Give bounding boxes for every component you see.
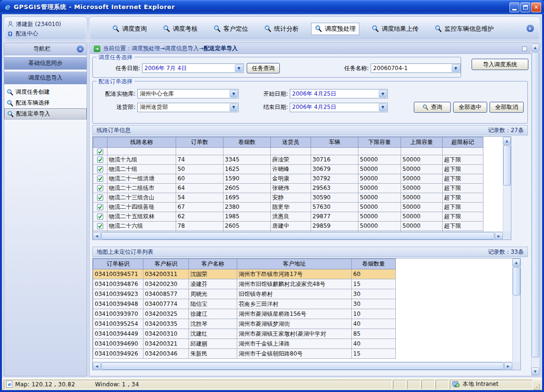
task-query-button[interactable]: 任务查询: [247, 63, 280, 73]
unlocated-table-hscrollbar[interactable]: ◀ ▶: [93, 362, 512, 370]
table-cell: 50000: [401, 183, 443, 193]
search-icon: [163, 25, 170, 32]
table-row[interactable]: 物流二十六组782605唐建中298595000050000超下限: [93, 221, 483, 231]
scroll-thumb[interactable]: [101, 362, 504, 370]
table-row[interactable]: 034100394876034200230凌建芬湖州市旧馆镇麒麟村北凌家兜48号…: [93, 279, 396, 289]
minimize-button[interactable]: [509, 2, 519, 12]
route-table-vscrollbar[interactable]: ▲ ▼: [503, 137, 511, 240]
toolbar-item[interactable]: 调度结果上传: [368, 23, 422, 35]
start-date-label: 开始日期:: [250, 90, 288, 98]
resize-grip[interactable]: [534, 383, 541, 390]
row-checkbox[interactable]: [97, 204, 103, 210]
chevron-down-icon[interactable]: ▼: [379, 90, 387, 98]
row-checkbox[interactable]: [97, 214, 103, 220]
table-row[interactable]: 物流二十一组洪塘601590金明康307925000050000超下限: [93, 174, 483, 183]
content-vscrollbar[interactable]: ▲ ▼: [531, 44, 539, 375]
row-checkbox[interactable]: [97, 149, 103, 155]
scroll-down-button[interactable]: ▼: [531, 367, 539, 375]
sidebar-group-basic-info-sync[interactable]: 基础信息同步: [4, 56, 87, 70]
route-table-hscrollbar[interactable]: ◀ ▶: [93, 232, 503, 240]
warehouse-select[interactable]: 湖州中心仓库 ▼: [137, 89, 239, 98]
end-date-select[interactable]: 2006年 4月25日 ▼: [290, 103, 388, 112]
table-row[interactable]: 物流二十五组双林621985洪惠良298775000050000超下限: [93, 212, 483, 221]
row-checkbox[interactable]: [97, 185, 103, 191]
breadcrumb-path: 调度预处理→调度信息导入→: [132, 45, 204, 52]
table-row[interactable]: 034100394690034200321邱建丽湖州市千金镇上泽路40: [93, 339, 396, 349]
row-checkbox[interactable]: [97, 195, 103, 201]
sidebar-header: 导航栏 «: [4, 43, 87, 55]
sidebar-item[interactable]: 配送车辆选择: [4, 98, 87, 108]
table-cell: 50000: [401, 221, 443, 231]
chevron-down-icon[interactable]: ▼: [235, 64, 243, 72]
scroll-up-button[interactable]: ▲: [503, 137, 511, 145]
toolbar-item[interactable]: 调度考核: [159, 23, 201, 35]
toolbar-more-button[interactable]: »: [526, 24, 535, 33]
sidebar-group-dispatch-import[interactable]: 调度信息导入: [4, 71, 87, 85]
table-row[interactable]: 物流二十二组练市642605张晓伟295635000050000超下限: [93, 183, 483, 193]
toolbar-item[interactable]: 统计分析: [260, 23, 303, 35]
task-date-select[interactable]: 2006年 7月 4日 ▼: [142, 63, 244, 73]
sidebar-collapse-button[interactable]: «: [77, 45, 84, 53]
row-checkbox[interactable]: [97, 157, 103, 163]
table-row[interactable]: 034100393970034200325徐建江湖州市菱湖镇星桥路156号10: [93, 309, 396, 319]
sidebar-item[interactable]: 配送定单导入: [4, 108, 87, 119]
scroll-up-button[interactable]: ▲: [512, 258, 520, 267]
table-row[interactable]: 物流二十三组含山541695安静305905000050000超下限: [93, 193, 483, 202]
table-row[interactable]: 物流十九组743345薛淦荣307165000050000超下限: [93, 155, 483, 164]
table-cell: 034100394948: [93, 299, 143, 309]
toolbar-item[interactable]: 调度查询: [108, 23, 151, 35]
chevron-down-icon[interactable]: ▼: [452, 64, 460, 72]
row-checkbox[interactable]: [97, 176, 103, 182]
navigation-sidebar: 导航栏 « 基础信息同步 调度信息导入 调度任务创建 配送车辆选择: [4, 43, 87, 376]
import-to-dispatch-button[interactable]: 导入调度系统: [472, 59, 528, 70]
chevron-down-icon[interactable]: ▼: [230, 90, 238, 98]
sidebar-item[interactable]: 调度任务创建: [4, 87, 87, 98]
double-chevron-down-icon: »: [527, 27, 533, 30]
scroll-right-button[interactable]: ▶: [504, 362, 512, 370]
toolbar-item[interactable]: 客户定位: [210, 23, 252, 35]
table-cell: 3345: [223, 155, 271, 164]
delivery-dept-select[interactable]: 湖州送货部 ▼: [137, 103, 239, 112]
scroll-thumb[interactable]: [532, 52, 539, 357]
table-cell: 034100394449: [93, 329, 143, 339]
deselect-all-button[interactable]: 全部取消: [490, 102, 524, 113]
table-row[interactable]: 034100394926034200346朱新民湖州市千金镇朝阳路80号15: [93, 349, 396, 359]
close-button[interactable]: ✕: [531, 2, 541, 12]
scroll-thumb[interactable]: [101, 232, 494, 240]
table-row[interactable]: 034100394449034200310沈建红湖州市菱湖镇王家墩村(菱湖中学对…: [93, 329, 396, 339]
chevron-down-icon[interactable]: ▼: [379, 104, 387, 111]
table-row[interactable]: 034100394571034200311沈国荣湖州市下昂镇市河路17号60: [93, 269, 396, 279]
table-row[interactable]: 034100395254034200335沈胜琴湖州市菱湖镇梦湖街40: [93, 319, 396, 329]
table-cell: 50: [176, 164, 223, 174]
column-header: 客户地址: [237, 259, 352, 269]
table-cell: 薛淦荣: [271, 155, 311, 164]
column-header: 订单数: [176, 137, 223, 148]
panel-minimize-button[interactable]: [522, 46, 527, 51]
search-button[interactable]: 查询: [414, 102, 451, 113]
scroll-thumb[interactable]: [513, 267, 520, 295]
toolbar-item[interactable]: 监控车辆信息维护: [431, 23, 498, 35]
table-cell: 湖州市菱湖镇梦湖街: [237, 319, 352, 329]
task-name-select[interactable]: 20060704-1 ▼: [371, 63, 461, 73]
table-row[interactable]: 034100394923034008577周晓光旧馆镇寺桥村30: [93, 289, 396, 299]
row-checkbox[interactable]: [97, 166, 103, 172]
unlocated-table-vscrollbar[interactable]: ▲ ▼: [512, 258, 520, 370]
application-window: e GPSGIS管理系统 - Microsoft Internet Explor…: [0, 0, 544, 392]
table-row[interactable]: 物流二十组501625许晓峰306795000050000超下限: [93, 164, 483, 174]
table-row[interactable]: 034100394948034007774陆信宝苕南乡三田洋村30: [93, 299, 396, 309]
scroll-left-button[interactable]: ◀: [93, 362, 101, 370]
scroll-thumb[interactable]: [503, 145, 511, 186]
select-all-button[interactable]: 全部选中: [453, 102, 487, 113]
table-row[interactable]: 物流二十四组善琏672380陈更华576305000050000超下限: [93, 202, 483, 212]
checkbox-cell: [93, 202, 107, 212]
scroll-left-button[interactable]: ◀: [93, 232, 101, 240]
scroll-right-button[interactable]: ▶: [495, 232, 503, 240]
row-checkbox[interactable]: [97, 223, 103, 229]
scroll-up-button[interactable]: ▲: [531, 44, 539, 52]
start-date-select[interactable]: 2006年 4月25日 ▼: [290, 89, 388, 98]
table-cell: 徐建江: [189, 309, 237, 319]
toolbar-item[interactable]: 调度预处理: [311, 23, 359, 35]
table-cell: 50000: [401, 155, 443, 164]
chevron-down-icon[interactable]: ▼: [230, 104, 238, 111]
maximize-button[interactable]: [520, 2, 530, 12]
